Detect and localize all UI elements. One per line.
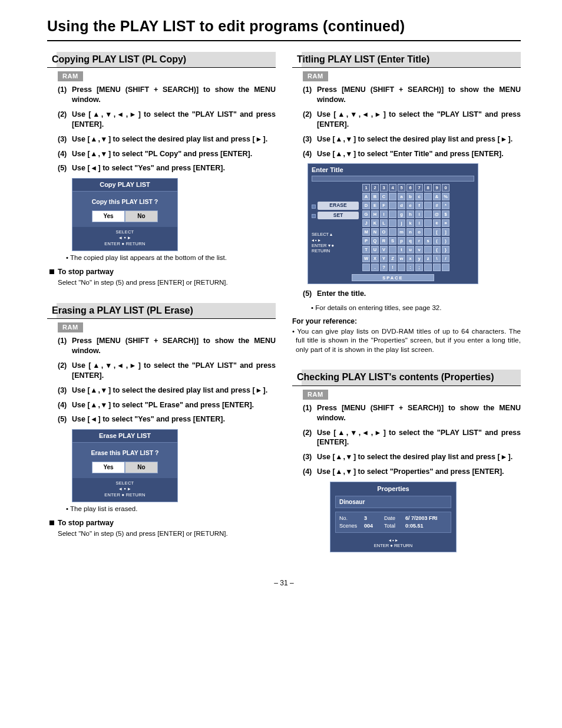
- keyboard-key[interactable]: E: [371, 202, 379, 209]
- keyboard-key[interactable]: P: [362, 237, 370, 245]
- keyboard-key-blank[interactable]: [424, 263, 432, 271]
- keyboard-key-blank[interactable]: [389, 246, 396, 253]
- keyboard-key[interactable]: Q: [371, 237, 379, 245]
- keyboard-key[interactable]: l: [415, 219, 423, 227]
- keyboard-key[interactable]: s: [424, 237, 432, 245]
- keyboard-key[interactable]: 0: [442, 184, 449, 192]
- keyboard-key[interactable]: %: [442, 193, 449, 200]
- keyboard-key[interactable]: H: [371, 210, 379, 218]
- keyboard-key[interactable]: r: [415, 237, 423, 245]
- keyboard-key[interactable]: ): [442, 237, 449, 245]
- keyboard-key[interactable]: /: [442, 255, 449, 262]
- keyboard-key[interactable]: 4: [389, 184, 396, 192]
- keyboard-key[interactable]: v: [415, 246, 423, 253]
- keyboard-key[interactable]: u: [406, 246, 414, 253]
- keyboard-key[interactable]: .: [371, 263, 379, 271]
- keyboard-key[interactable]: y: [415, 255, 423, 262]
- keyboard-key[interactable]: :: [406, 263, 414, 271]
- keyboard-key[interactable]: G: [362, 210, 370, 218]
- keyboard-key[interactable]: J: [362, 219, 370, 227]
- keyboard-key[interactable]: 6: [406, 184, 414, 192]
- keyboard-key-blank[interactable]: [389, 210, 396, 218]
- keyboard-key[interactable]: 5: [398, 184, 405, 192]
- keyboard-key[interactable]: O: [380, 228, 388, 236]
- keyboard-key[interactable]: k: [406, 219, 414, 227]
- yes-button[interactable]: Yes: [92, 210, 125, 222]
- keyboard-key[interactable]: (: [433, 237, 441, 245]
- keyboard-key-blank[interactable]: [433, 263, 441, 271]
- keyboard-key[interactable]: q: [406, 237, 414, 245]
- keyboard-key[interactable]: a: [398, 193, 405, 200]
- keyboard-key-blank[interactable]: [389, 202, 396, 209]
- keyboard-key[interactable]: @: [433, 210, 441, 218]
- keyboard-key[interactable]: 9: [433, 184, 441, 192]
- keyboard-key[interactable]: &: [433, 193, 441, 200]
- keyboard-key[interactable]: ;: [415, 263, 423, 271]
- keyboard-key[interactable]: V: [380, 246, 388, 253]
- keyboard-key[interactable]: N: [371, 228, 379, 236]
- title-input-field[interactable]: [312, 176, 474, 182]
- keyboard-key[interactable]: e: [406, 202, 414, 209]
- erase-button[interactable]: ERASE: [318, 202, 359, 209]
- keyboard-key-blank[interactable]: [389, 193, 396, 200]
- keyboard-key[interactable]: 1: [362, 184, 370, 192]
- keyboard-key[interactable]: h: [406, 210, 414, 218]
- keyboard-key[interactable]: t: [398, 246, 405, 253]
- keyboard-key[interactable]: z: [424, 255, 432, 262]
- keyboard-key[interactable]: ¤: [442, 219, 449, 227]
- keyboard-key-blank[interactable]: [424, 228, 432, 236]
- keyboard-key[interactable]: ¢: [433, 219, 441, 227]
- keyboard-key[interactable]: g: [398, 210, 405, 218]
- keyboard-key-blank[interactable]: [424, 193, 432, 200]
- keyboard-key[interactable]: c: [415, 193, 423, 200]
- keyboard-key[interactable]: 2: [371, 184, 379, 192]
- keyboard-key-blank[interactable]: [442, 263, 449, 271]
- keyboard-key[interactable]: 8: [424, 184, 432, 192]
- keyboard-key[interactable]: !: [389, 263, 396, 271]
- keyboard-key[interactable]: f: [415, 202, 423, 209]
- keyboard-key[interactable]: m: [398, 228, 405, 236]
- no-button[interactable]: No: [125, 462, 158, 473]
- keyboard-key[interactable]: 3: [380, 184, 388, 192]
- keyboard-key[interactable]: L: [380, 219, 388, 227]
- keyboard-key-blank[interactable]: [424, 210, 432, 218]
- keyboard-key[interactable]: A: [362, 193, 370, 200]
- keyboard-key-blank[interactable]: [398, 263, 405, 271]
- keyboard-key[interactable]: C: [380, 193, 388, 200]
- keyboard-key-blank[interactable]: [389, 219, 396, 227]
- keyboard-key[interactable]: o: [415, 228, 423, 236]
- keyboard-key[interactable]: I: [380, 210, 388, 218]
- keyboard-key[interactable]: S: [389, 237, 396, 245]
- keyboard-key[interactable]: D: [362, 202, 370, 209]
- keyboard-key[interactable]: F: [380, 202, 388, 209]
- keyboard-key[interactable]: [: [433, 228, 441, 236]
- keyboard-key-blank[interactable]: [424, 246, 432, 253]
- keyboard-key[interactable]: $: [442, 210, 449, 218]
- keyboard-key[interactable]: {: [433, 246, 441, 253]
- keyboard-key[interactable]: R: [380, 237, 388, 245]
- keyboard-key[interactable]: Y: [380, 255, 388, 262]
- keyboard-key[interactable]: ]: [442, 228, 449, 236]
- keyboard-key[interactable]: Z: [389, 255, 396, 262]
- keyboard-key[interactable]: i: [415, 210, 423, 218]
- keyboard-key[interactable]: K: [371, 219, 379, 227]
- keyboard-key-blank[interactable]: [424, 219, 432, 227]
- keyboard-key[interactable]: #: [433, 202, 441, 209]
- keyboard-key[interactable]: w: [398, 255, 405, 262]
- keyboard-key[interactable]: j: [398, 219, 405, 227]
- keyboard-key[interactable]: ?: [380, 263, 388, 271]
- keyboard-key[interactable]: d: [398, 202, 405, 209]
- space-key[interactable]: SPACE: [352, 274, 434, 281]
- keyboard-key[interactable]: M: [362, 228, 370, 236]
- yes-button[interactable]: Yes: [92, 462, 125, 473]
- keyboard-key[interactable]: X: [371, 255, 379, 262]
- keyboard-key[interactable]: U: [371, 246, 379, 253]
- keyboard-key[interactable]: \: [433, 255, 441, 262]
- keyboard-key[interactable]: x: [406, 255, 414, 262]
- keyboard-key[interactable]: 7: [415, 184, 423, 192]
- keyboard-key[interactable]: *: [442, 202, 449, 209]
- keyboard-key[interactable]: T: [362, 246, 370, 253]
- keyboard-key[interactable]: W: [362, 255, 370, 262]
- no-button[interactable]: No: [125, 210, 158, 222]
- keyboard-key[interactable]: n: [406, 228, 414, 236]
